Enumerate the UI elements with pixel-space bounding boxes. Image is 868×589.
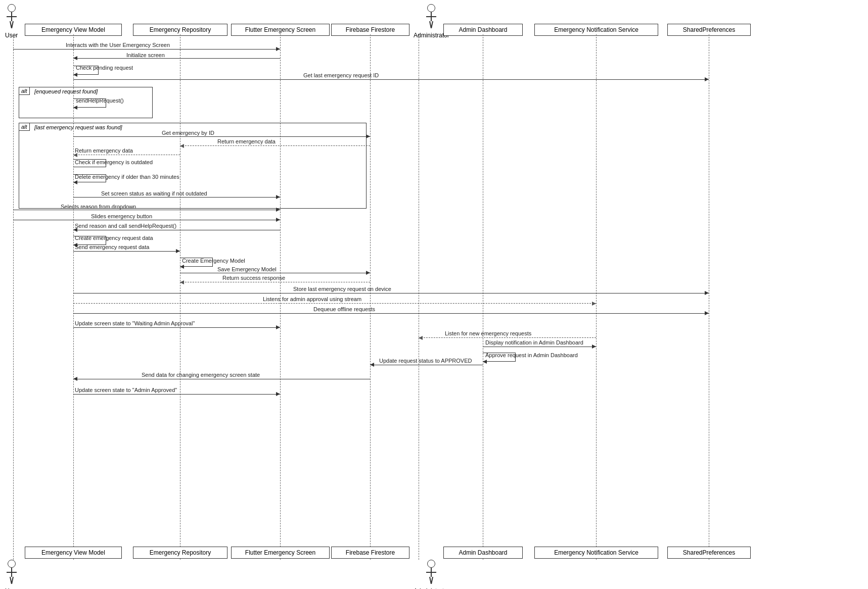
msg-17-arrow (180, 267, 180, 267)
msg-9-label: Check if emergency is outdated (75, 159, 153, 165)
lifeline-sp (709, 34, 709, 560)
msg-11-line (73, 197, 280, 198)
fragment-1-label: alt (19, 87, 30, 95)
msg-19-line (180, 282, 370, 282)
actor-user-bottom: User (5, 560, 18, 589)
msg-4-label: Get last emergency request ID (303, 72, 379, 78)
msg-21-line (73, 303, 596, 304)
label-fes-top: Flutter Emergency Screen (245, 26, 315, 33)
msg-8-label: Return emergency data (75, 148, 133, 154)
msg-29-line (73, 394, 280, 395)
msg-3-label: Check pending request (76, 65, 133, 71)
msg-16-label: Send emergency request data (75, 244, 149, 250)
msg-13-label: Slides emergency button (91, 213, 152, 219)
msg-1-line (13, 49, 280, 50)
msg-14-label: Send reason and call sendHelpRequest() (75, 223, 176, 229)
msg-6-label: Get emergency by ID (162, 130, 214, 136)
msg-16-line (73, 251, 180, 252)
msg-20-line (73, 293, 709, 293)
msg-2-line (73, 58, 280, 59)
msg-13-line (13, 220, 280, 220)
msg-10-arrow (73, 182, 74, 183)
msg-21-label: Listens for admin approval using stream (263, 296, 361, 302)
label-er-bottom: Emergency Repository (150, 549, 211, 556)
msg-28-label: Send data for changing emergency screen … (142, 372, 260, 378)
label-ens-bottom: Emergency Notification Service (554, 549, 638, 556)
box-evm-bottom: Emergency View Model (25, 547, 122, 559)
lifeline-ff (370, 34, 371, 560)
msg-24-line (419, 337, 596, 338)
label-evm-top: Emergency View Model (41, 26, 105, 33)
msg-20-label: Store last emergency request on device (293, 286, 391, 292)
label-ff-bottom: Firebase Firestore (346, 549, 395, 556)
lifeline-ad (483, 34, 483, 560)
msg-1-label: Interacts with the User Emergency Screen (66, 42, 170, 48)
fragment-2-condition: [last emergency request was found] (34, 124, 122, 130)
lifeline-ens (596, 34, 597, 560)
label-fes-bottom: Flutter Emergency Screen (245, 549, 315, 556)
msg-10-label: Delete emergency if older than 30 minute… (75, 174, 179, 180)
actor-user-top-label: User (5, 32, 18, 39)
msg-23-label: Update screen state to "Waiting Admin Ap… (75, 320, 195, 326)
msg-26-label: Approve request in Admin Dashboard (485, 352, 578, 358)
label-er-top: Emergency Repository (150, 26, 211, 33)
label-ff-top: Firebase Firestore (346, 26, 395, 33)
actor-admin-bottom: Administrator (414, 560, 449, 589)
msg-14-line (73, 230, 280, 230)
label-sp-bottom: SharedPreferences (683, 549, 735, 556)
label-ad-top: Admin Dashboard (459, 26, 507, 33)
msg-8-line (73, 155, 180, 155)
msg-18-line (180, 273, 370, 273)
msg-5-label: sendHelpRequest() (76, 97, 124, 104)
msg-22-line (73, 313, 709, 314)
fragment-1-condition: [enqueued request found] (34, 88, 98, 94)
actor-user-top: User (5, 4, 18, 39)
msg-12-line (13, 210, 280, 210)
msg-28-line (73, 379, 370, 379)
box-ad-bottom: Admin Dashboard (443, 547, 523, 559)
lifeline-admin (419, 34, 419, 560)
msg-25-label: Display notification in Admin Dashboard (485, 339, 583, 346)
label-ens-top: Emergency Notification Service (554, 26, 638, 33)
box-ff-bottom: Firebase Firestore (331, 547, 409, 559)
sequence-diagram: User Emergency View Model Emergency Repo… (0, 0, 868, 589)
label-sp-top: SharedPreferences (683, 26, 735, 33)
msg-12-label: Selects reason from dropdown (61, 204, 136, 210)
fragment-2-label: alt (19, 123, 30, 131)
msg-24-label: Listen for new emergency requests (445, 330, 531, 336)
msg-7-label: Return emergency data (217, 138, 276, 144)
msg-22-label: Dequeue offline requests (313, 306, 375, 312)
msg-27-label: Update request status to APPROVED (379, 358, 472, 364)
msg-15-label: Create emergency request data (75, 235, 153, 241)
lifeline-er (180, 34, 180, 560)
msg-23-line (73, 327, 280, 328)
msg-19-label: Return success response (222, 275, 285, 281)
msg-26-arrow (483, 362, 483, 362)
msg-27-line (370, 365, 483, 365)
msg-4-line (73, 79, 709, 80)
msg-6-line (73, 136, 370, 137)
msg-3-arrow (73, 75, 74, 75)
msg-18-label: Save Emergency Model (217, 266, 277, 272)
box-er-bottom: Emergency Repository (133, 547, 227, 559)
label-evm-bottom: Emergency View Model (41, 549, 105, 556)
box-sp-bottom: SharedPreferences (667, 547, 751, 559)
box-ens-bottom: Emergency Notification Service (534, 547, 658, 559)
msg-5-arrow-h (73, 108, 74, 108)
msg-11-label: Set screen status as waiting if not outd… (101, 190, 207, 197)
msg-17-label: Create Emergency Model (182, 258, 245, 264)
msg-2-label: Initialize screen (126, 52, 165, 58)
msg-29-label: Update screen state to "Admin Approved" (75, 387, 177, 393)
label-ad-bottom: Admin Dashboard (459, 549, 507, 556)
lifeline-user (13, 34, 14, 560)
box-fes-bottom: Flutter Emergency Screen (231, 547, 330, 559)
msg-15-arrow (73, 245, 74, 246)
msg-25-line (483, 347, 596, 347)
msg-7-line (180, 145, 370, 146)
